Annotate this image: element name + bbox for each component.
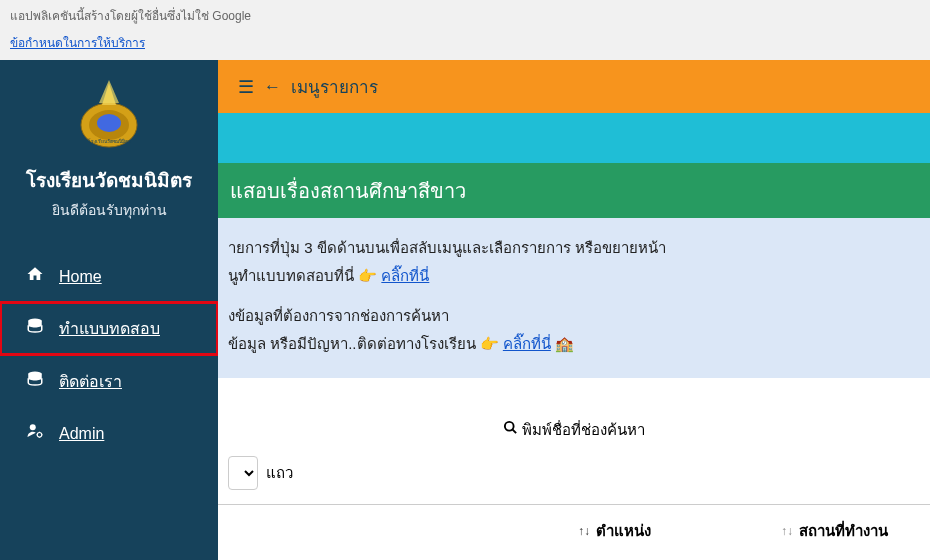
column-header-workplace[interactable]: ↑↓ สถานที่ทำงาน xyxy=(781,519,888,543)
info-line: งข้อมูลที่ต้องการจากช่องการค้นหา xyxy=(228,304,920,328)
home-icon xyxy=(25,265,45,288)
rows-dropdown[interactable] xyxy=(228,456,258,490)
sidebar: โรงเรียนวัดชมนิมิตร โรงเรียนวัดชมนิมิตร … xyxy=(0,60,218,560)
info-line: ข้อมูล หรือมีปัญหา..ติดต่อทางโรงเรียน 👉 … xyxy=(228,332,920,356)
database-icon xyxy=(25,317,45,340)
search-area: พิมพ์ชื่อที่ช่องค้นหา xyxy=(218,378,930,456)
column-header-position[interactable]: ↑↓ ตำแหน่ง xyxy=(578,519,651,543)
database-icon xyxy=(25,370,45,393)
svg-point-7 xyxy=(37,433,42,438)
rows-label: แถว xyxy=(266,461,293,485)
rows-selector: แถว xyxy=(218,456,930,504)
terms-link[interactable]: ข้อกำหนดในการให้บริการ xyxy=(0,31,930,60)
cyan-stripe xyxy=(218,113,930,163)
main-content: ☰ ← เมนูรายการ แสอบเรื่องสถานศึกษาสีขาว … xyxy=(218,60,930,560)
hand-icon: 👉 xyxy=(358,267,377,285)
nav-item-contact[interactable]: ติดต่อเรา xyxy=(0,355,218,408)
svg-point-8 xyxy=(505,422,514,431)
nav-item-quiz[interactable]: ทำแบบทดสอบ xyxy=(0,302,218,355)
nav-item-home[interactable]: Home xyxy=(0,251,218,302)
sort-icon: ↑↓ xyxy=(781,524,793,538)
search-placeholder: พิมพ์ชื่อที่ช่องค้นหา xyxy=(522,421,645,438)
table-header: ↑↓ ตำแหน่ง ↑↓ สถานที่ทำงาน xyxy=(218,504,930,557)
click-here-link[interactable]: คลิ๊กที่นี่ xyxy=(381,267,429,284)
column-label: สถานที่ทำงาน xyxy=(799,519,888,543)
green-stripe: แสอบเรื่องสถานศึกษาสีขาว xyxy=(218,163,930,218)
hamburger-icon[interactable]: ☰ xyxy=(238,76,254,98)
school-emoji-icon: 🏫 xyxy=(555,335,574,352)
nav-label: Admin xyxy=(59,425,104,443)
menu-arrow: ← xyxy=(264,77,281,97)
menu-label: เมนูรายการ xyxy=(291,73,378,100)
info-line: นูทำแบบทดสอบที่นี่ 👉 คลิ๊กที่นี่ xyxy=(228,264,920,288)
user-gear-icon xyxy=(25,422,45,445)
svg-line-9 xyxy=(512,429,516,433)
contact-link[interactable]: คลิ๊กที่นี่ xyxy=(503,335,551,352)
search-icon xyxy=(503,421,522,438)
school-title: โรงเรียนวัดชมนิมิตร xyxy=(26,165,192,195)
school-subtitle: ยินดีต้อนรับทุกท่าน xyxy=(52,199,167,221)
svg-text:โรงเรียนวัดชมนิมิตร: โรงเรียนวัดชมนิมิตร xyxy=(88,138,131,144)
svg-point-6 xyxy=(30,424,36,430)
column-label: ตำแหน่ง xyxy=(596,519,651,543)
info-box: ายการที่ปุ่ม 3 ขีดด้านบนเพื่อสลับเมนูและ… xyxy=(218,218,930,378)
svg-point-2 xyxy=(97,114,121,132)
info-line: ายการที่ปุ่ม 3 ขีดด้านบนเพื่อสลับเมนูและ… xyxy=(228,236,920,260)
nav-label: Home xyxy=(59,268,102,286)
google-notice: แอปพลิเคชันนี้สร้างโดยผู้ใช้อื่นซึ่งไม่ใ… xyxy=(0,0,930,31)
hand-icon: 👉 xyxy=(480,335,499,353)
nav-label: ทำแบบทดสอบ xyxy=(59,316,160,341)
page-title: แสอบเรื่องสถานศึกษาสีขาว xyxy=(230,175,466,207)
menu-bar: ☰ ← เมนูรายการ xyxy=(218,60,930,113)
school-logo: โรงเรียนวัดชมนิมิตร xyxy=(74,75,144,153)
sort-icon: ↑↓ xyxy=(578,524,590,538)
nav-item-admin[interactable]: Admin xyxy=(0,408,218,459)
info-text: นูทำแบบทดสอบที่นี่ xyxy=(228,267,358,284)
nav-label: ติดต่อเรา xyxy=(59,369,122,394)
info-text: ข้อมูล หรือมีปัญหา..ติดต่อทางโรงเรียน xyxy=(228,335,480,352)
nav-list: Home ทำแบบทดสอบ ติดต่อเรา Admin xyxy=(0,251,218,459)
